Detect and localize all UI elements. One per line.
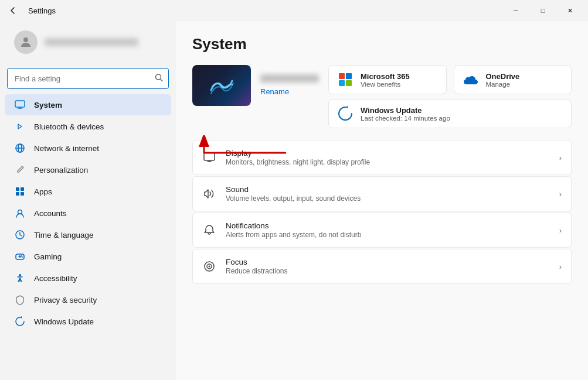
svg-point-1 bbox=[156, 74, 161, 80]
minimize-button[interactable]: ─ bbox=[502, 1, 529, 20]
sound-icon bbox=[202, 187, 216, 201]
sidebar-item-bluetooth[interactable]: Bluetooth & devices bbox=[5, 116, 171, 137]
svg-rect-10 bbox=[21, 192, 24, 196]
display-chevron: › bbox=[559, 153, 562, 162]
winupdate-subtitle: Last checked: 14 minutes ago bbox=[361, 115, 450, 122]
sidebar-item-label-bluetooth: Bluetooth & devices bbox=[34, 122, 104, 131]
window-controls: ─ □ ✕ bbox=[502, 1, 583, 20]
page-title: System bbox=[192, 35, 572, 53]
onedrive-icon bbox=[463, 71, 479, 88]
device-card: Rename bbox=[192, 65, 319, 106]
sidebar-item-apps[interactable]: Apps bbox=[5, 181, 171, 202]
ms365-title: Microsoft 365 bbox=[361, 72, 410, 81]
close-button[interactable]: ✕ bbox=[556, 1, 583, 20]
notifications-chevron: › bbox=[559, 226, 562, 235]
sidebar-item-gaming[interactable]: Gaming bbox=[5, 246, 171, 267]
sound-title: Sound bbox=[226, 185, 550, 194]
windows-update-icon bbox=[337, 105, 354, 122]
display-icon bbox=[202, 150, 216, 165]
windows-update-nav-icon bbox=[14, 316, 26, 327]
info-card-row-top: Microsoft 365 View benefits OneDrive bbox=[328, 65, 572, 94]
main-layout: System Bluetooth & devices bbox=[0, 21, 588, 380]
sidebar-item-label-time: Time & language bbox=[34, 231, 94, 239]
info-card-onedrive[interactable]: OneDrive Manage bbox=[454, 65, 572, 94]
sidebar-item-privacy[interactable]: Privacy & security bbox=[5, 289, 171, 310]
notifications-title: Notifications bbox=[226, 221, 550, 230]
settings-item-notifications[interactable]: Notifications Alerts from apps and syste… bbox=[192, 213, 572, 248]
settings-item-focus[interactable]: Focus Reduce distractions › bbox=[192, 249, 572, 284]
sidebar-nav: System Bluetooth & devices bbox=[0, 94, 176, 333]
settings-item-display[interactable]: Display Monitors, brightness, night ligh… bbox=[192, 140, 572, 175]
notifications-text: Notifications Alerts from apps and syste… bbox=[226, 221, 550, 239]
sidebar-item-label-network: Network & internet bbox=[34, 144, 99, 153]
sidebar-item-accounts[interactable]: Accounts bbox=[5, 203, 171, 224]
sidebar-item-time[interactable]: Time & language bbox=[5, 224, 171, 245]
display-text: Display Monitors, brightness, night ligh… bbox=[226, 149, 550, 166]
svg-point-17 bbox=[22, 256, 23, 258]
sidebar-item-label-privacy: Privacy & security bbox=[34, 296, 97, 304]
back-button[interactable] bbox=[5, 2, 21, 19]
sidebar-item-accessibility[interactable]: Accessibility bbox=[5, 268, 171, 289]
avatar bbox=[14, 30, 38, 54]
sidebar: System Bluetooth & devices bbox=[0, 21, 176, 380]
sound-subtitle: Volume levels, output, input, sound devi… bbox=[226, 194, 550, 203]
svg-rect-7 bbox=[16, 187, 19, 191]
accounts-icon bbox=[14, 207, 26, 219]
focus-text: Focus Reduce distractions bbox=[226, 258, 550, 275]
user-profile[interactable] bbox=[5, 23, 171, 61]
sound-chevron: › bbox=[559, 190, 562, 198]
accessibility-icon bbox=[14, 272, 26, 284]
sidebar-item-label-gaming: Gaming bbox=[34, 252, 62, 261]
svg-rect-2 bbox=[15, 101, 25, 107]
title-bar: Settings ─ □ ✕ bbox=[0, 0, 588, 21]
windows-logo-svg bbox=[208, 71, 236, 100]
device-name-blurred bbox=[260, 74, 319, 83]
sidebar-item-label-system: System bbox=[34, 101, 62, 109]
notifications-subtitle: Alerts from apps and system, do not dist… bbox=[226, 231, 550, 239]
sidebar-item-label-windowsupdate: Windows Update bbox=[34, 317, 94, 326]
settings-item-sound[interactable]: Sound Volume levels, output, input, soun… bbox=[192, 176, 572, 211]
info-card-winupdate[interactable]: Windows Update Last checked: 14 minutes … bbox=[328, 99, 572, 128]
svg-point-18 bbox=[19, 274, 21, 276]
apps-icon bbox=[14, 186, 26, 197]
sidebar-item-label-personalization: Personalization bbox=[34, 166, 88, 174]
svg-point-22 bbox=[209, 266, 210, 268]
settings-list: Display Monitors, brightness, night ligh… bbox=[192, 140, 572, 284]
svg-rect-19 bbox=[204, 153, 215, 160]
bluetooth-icon bbox=[14, 121, 26, 132]
personalization-icon bbox=[14, 164, 26, 176]
top-cards: Rename bbox=[192, 65, 572, 128]
info-card-ms365[interactable]: Microsoft 365 View benefits bbox=[328, 65, 447, 94]
rename-link[interactable]: Rename bbox=[260, 87, 289, 96]
ms365-card-text: Microsoft 365 View benefits bbox=[361, 72, 410, 88]
sidebar-item-personalization[interactable]: Personalization bbox=[5, 159, 171, 180]
svg-rect-9 bbox=[16, 192, 19, 196]
device-thumbnail bbox=[192, 65, 251, 106]
svg-rect-8 bbox=[21, 187, 24, 191]
sidebar-item-label-accessibility: Accessibility bbox=[34, 274, 77, 283]
search-input[interactable] bbox=[7, 68, 169, 89]
search-icon bbox=[155, 74, 163, 84]
winupdate-card-text: Windows Update Last checked: 14 minutes … bbox=[361, 106, 450, 122]
focus-icon bbox=[202, 259, 216, 273]
time-icon bbox=[14, 229, 26, 241]
search-container bbox=[7, 68, 169, 89]
onedrive-subtitle: Manage bbox=[486, 81, 520, 88]
sidebar-item-windowsupdate[interactable]: Windows Update bbox=[5, 311, 171, 332]
privacy-icon bbox=[14, 294, 26, 306]
winupdate-title: Windows Update bbox=[361, 106, 450, 115]
focus-title: Focus bbox=[226, 258, 550, 266]
network-icon bbox=[14, 142, 26, 154]
ms365-subtitle: View benefits bbox=[361, 81, 410, 88]
app-title: Settings bbox=[28, 6, 56, 15]
display-subtitle: Monitors, brightness, night light, displ… bbox=[226, 158, 550, 166]
content-area: System bbox=[176, 21, 588, 380]
sound-text: Sound Volume levels, output, input, soun… bbox=[226, 185, 550, 203]
system-icon bbox=[14, 99, 26, 111]
info-cards: Microsoft 365 View benefits OneDrive bbox=[328, 65, 572, 128]
svg-point-16 bbox=[21, 255, 22, 256]
maximize-button[interactable]: □ bbox=[529, 1, 556, 20]
sidebar-item-system[interactable]: System bbox=[5, 94, 171, 115]
onedrive-card-text: OneDrive Manage bbox=[486, 72, 520, 88]
sidebar-item-network[interactable]: Network & internet bbox=[5, 138, 171, 159]
